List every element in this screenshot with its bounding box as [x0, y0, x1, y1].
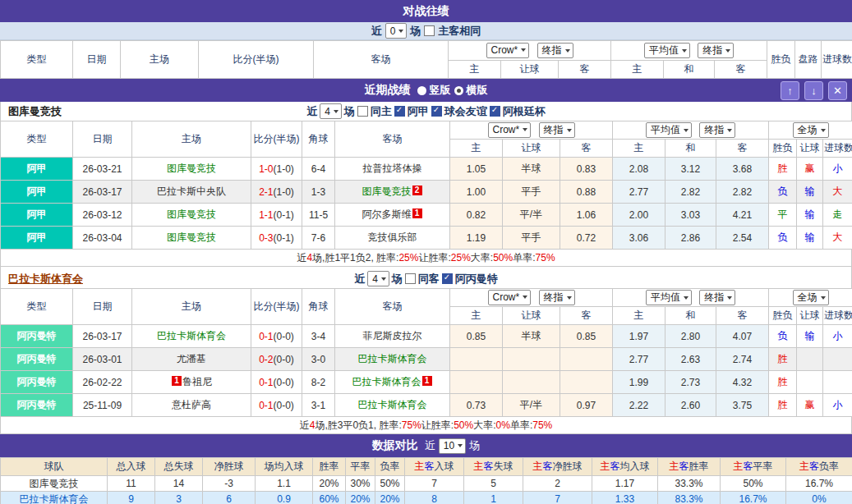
odds-company-select[interactable]: Crow*: [488, 122, 532, 138]
league1-checkbox[interactable]: [442, 273, 453, 284]
odds-time-select[interactable]: 终指: [539, 122, 575, 138]
home-team-cell[interactable]: 尤潘基: [132, 348, 251, 371]
avg-draw-cell: 2.73: [665, 371, 716, 394]
col-loss-rate: 负率: [375, 458, 405, 476]
section2-summary: 近4场,胜3平0负1, 胜率:75% 让胜率:50% 大率:0% 单率:75%: [0, 417, 852, 434]
away-team-link[interactable]: 巴拉卡斯体育会: [352, 376, 421, 387]
stat-cell: 5: [464, 476, 523, 492]
same-home-checkbox[interactable]: [357, 106, 368, 117]
avg-select[interactable]: 平均值: [646, 122, 692, 138]
goals-cell: 走: [823, 204, 852, 227]
avg-home-cell: 2.08: [613, 158, 665, 181]
section1-count-select[interactable]: 4: [320, 103, 342, 119]
odds-time-select[interactable]: 终指: [539, 290, 575, 305]
odds-company-select[interactable]: Crow*: [488, 290, 532, 305]
home-team-cell[interactable]: 图库曼竞技: [132, 227, 251, 250]
home-team-link[interactable]: 图库曼竞技: [167, 231, 216, 243]
avg-time-select[interactable]: 终指: [698, 43, 734, 58]
away-team-cell[interactable]: 拉普拉塔体操: [335, 158, 450, 181]
away-team-link[interactable]: 巴拉卡斯体育会: [358, 353, 427, 364]
league2-checkbox[interactable]: [431, 106, 442, 117]
avg-time-select[interactable]: 终指: [699, 290, 735, 305]
let-cell: 输: [797, 325, 823, 348]
compare-count-select[interactable]: 10: [439, 438, 466, 454]
away-team-cell[interactable]: 菲尼斯皮拉尔: [335, 325, 450, 348]
col-avg-home: 主: [613, 307, 665, 325]
home-team-link[interactable]: 鲁祖尼: [182, 376, 212, 387]
home-team-link[interactable]: 巴拉卡斯中央队: [157, 186, 226, 197]
away-team-cell[interactable]: 阿尔多斯维1: [335, 204, 450, 227]
team-name[interactable]: 巴拉卡斯体育会: [1, 492, 108, 504]
col-home: 主场: [132, 121, 251, 158]
section2-team-link[interactable]: 巴拉卡斯体育会: [8, 272, 83, 286]
home-team-link[interactable]: 意杜萨高: [172, 399, 211, 410]
col-suffix: 失球: [494, 460, 514, 472]
league1-checkbox[interactable]: [394, 106, 405, 117]
away-team-link[interactable]: 图库曼竞技: [362, 186, 412, 197]
fulltime-select[interactable]: 全场: [793, 290, 829, 305]
away-team-cell[interactable]: 巴拉卡斯体育会: [335, 394, 450, 417]
odds-home-cell: 1.19: [450, 227, 503, 250]
home-team-cell[interactable]: 图库曼竞技: [132, 158, 251, 181]
home-team-cell[interactable]: 图库曼竞技: [132, 204, 251, 227]
away-team-link[interactable]: 拉普拉塔体操: [363, 163, 422, 174]
goals-cell: 小: [823, 158, 852, 181]
odds-home-cell: 0.73: [450, 394, 503, 417]
count-value: 4: [325, 106, 330, 117]
odds-time-value: 终指: [542, 44, 562, 57]
recent-title: 近期战绩: [365, 83, 411, 98]
h2h-count-select[interactable]: 0: [385, 23, 408, 39]
stat-cell: 9: [108, 492, 155, 504]
halftime-score: (0-1): [274, 209, 294, 221]
score-cell: 2-1(1-0): [251, 181, 302, 204]
away-team-cell[interactable]: 巴拉卡斯体育会1: [335, 371, 450, 394]
home-team-cell[interactable]: 意杜萨高: [132, 394, 251, 417]
league-badge: 阿甲: [1, 227, 73, 250]
odds-time-select[interactable]: 终指: [537, 43, 573, 58]
fulltime-select[interactable]: 全场: [793, 122, 829, 138]
col-type: 类型: [1, 289, 73, 325]
avg-select[interactable]: 平均值: [646, 290, 692, 305]
away-team-link[interactable]: 竞技俱乐部: [368, 231, 417, 243]
away-team-cell[interactable]: 巴拉卡斯体育会: [335, 348, 450, 371]
away-team-link[interactable]: 巴拉卡斯体育会: [358, 399, 427, 410]
home-team-link[interactable]: 尤潘基: [177, 353, 206, 364]
away-team-cell[interactable]: 图库曼竞技2: [335, 181, 450, 204]
home-team-link[interactable]: 巴拉卡斯体育会: [157, 330, 226, 341]
chevron-down-icon: [398, 30, 403, 33]
odds-company-select[interactable]: Crow*: [486, 43, 530, 58]
close-button[interactable]: ✕: [828, 81, 847, 100]
avg-away-cell: 4.07: [716, 325, 769, 348]
away-team-link[interactable]: 菲尼斯皮拉尔: [363, 330, 422, 341]
score-cell: 0-1(0-0): [251, 325, 302, 348]
home-team-cell[interactable]: 巴拉卡斯体育会: [132, 325, 251, 348]
scroll-down-button[interactable]: ↓: [804, 81, 823, 100]
score-cell: 0-2(0-0): [251, 348, 302, 371]
home-team-cell[interactable]: 1鲁祖尼: [132, 371, 251, 394]
league-badge: 阿丙曼特: [1, 394, 73, 417]
vertical-layout-radio[interactable]: [417, 86, 426, 95]
away-team-cell[interactable]: 竞技俱乐部: [335, 227, 450, 250]
result-cell: 负: [769, 227, 797, 250]
same-away-checkbox[interactable]: [405, 273, 416, 284]
home-team-cell[interactable]: 巴拉卡斯中央队: [132, 181, 251, 204]
home-team-link[interactable]: 图库曼竞技: [167, 163, 216, 174]
date-cell: 25-11-09: [73, 394, 132, 417]
h2h-table: 类型 日期 主场 比分(半场) 客场 Crow* 终指 平均值 终指 胜负 盘路…: [0, 40, 852, 79]
same-home-away-checkbox[interactable]: [424, 25, 435, 36]
chevron-down-icon: [725, 49, 730, 53]
avg-select[interactable]: 平均值: [644, 43, 690, 58]
scroll-up-button[interactable]: ↑: [781, 81, 799, 100]
handicap-rate: 25%: [451, 252, 471, 263]
avg-time-select[interactable]: 终指: [699, 122, 735, 138]
let-cell: 输: [797, 181, 823, 204]
home-team-link[interactable]: 图库曼竞技: [167, 208, 216, 220]
avg-home-cell: 3.06: [613, 227, 665, 250]
col-goals: 进球数: [822, 41, 852, 79]
away-team-link[interactable]: 阿尔多斯维: [362, 208, 412, 220]
league3-checkbox[interactable]: [490, 106, 500, 117]
col-suffix: 均入球: [620, 460, 650, 472]
handicap-cell: 半球: [503, 325, 560, 348]
section2-count-select[interactable]: 4: [367, 271, 389, 286]
horizontal-layout-radio[interactable]: [454, 86, 463, 95]
